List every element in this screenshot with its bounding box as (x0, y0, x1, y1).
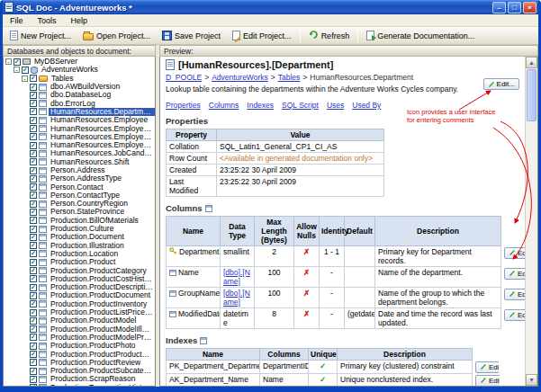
scroll-down-button[interactable]: ▼ (526, 374, 537, 386)
tree-checkbox[interactable]: ✓ (30, 334, 37, 341)
tree-checkbox[interactable]: ✓ (30, 376, 37, 383)
tree-item[interactable]: ✓HumanResources.Employee (4, 116, 155, 124)
tree-item[interactable]: ✓HumanResources.EmployeePayHistory (4, 141, 155, 149)
tree-item[interactable]: ✓Production.Illustration (4, 242, 155, 250)
tree-item[interactable]: ✓Production.BillOfMaterials (4, 217, 155, 225)
edit-project-button[interactable]: Edit Project... (227, 28, 297, 43)
tree-item[interactable]: ✓Production.TransactionHistory (4, 384, 155, 387)
tree-checkbox[interactable]: ✓ (30, 84, 37, 91)
tree-item[interactable]: ✓Production.Location (4, 250, 155, 258)
tree-checkbox[interactable]: ✓ (30, 142, 37, 149)
tree-checkbox[interactable]: ✓ (30, 100, 37, 107)
tree-checkbox[interactable]: ✓ (30, 209, 37, 216)
tree-checkbox[interactable]: ✓ (30, 351, 37, 358)
tree-item[interactable]: ✓Production.ProductCategory (4, 266, 155, 274)
tree-item[interactable]: ✓Person.StateProvince (4, 208, 155, 216)
tree-checkbox[interactable]: ✓ (30, 234, 37, 241)
tree-checkbox[interactable]: ✓ (30, 217, 37, 224)
tree-item[interactable]: ✓Production.ProductModel (4, 316, 155, 325)
tree-item[interactable]: ✓HumanResources.Department (4, 108, 155, 116)
tree-checkbox[interactable]: ✓ (30, 183, 37, 191)
tree-checkbox[interactable]: ✓ (30, 368, 37, 375)
edit-description-button[interactable]: Edit... (483, 78, 519, 90)
tree-checkbox[interactable]: ✓ (30, 92, 37, 99)
tree-item[interactable]: ✓Production.ProductCostHistory (4, 275, 155, 283)
scrollbar-track[interactable] (526, 68, 537, 374)
edit-column-button[interactable]: Edit... (504, 247, 525, 259)
tree-checkbox[interactable]: ✓ (30, 275, 37, 282)
tree-item[interactable]: ✓Production.ProductListPriceHistory (4, 308, 155, 316)
nav-sql-script-link[interactable]: SQL Script (282, 101, 319, 110)
data-type-link[interactable]: [dbo].[Name] (223, 289, 250, 307)
tree-item[interactable]: -✓AdventureWorks (4, 66, 155, 74)
nav-uses-link[interactable]: Uses (327, 101, 344, 110)
tree-item[interactable]: ✓Production.Culture (4, 225, 155, 233)
edit-index-button[interactable]: Edit... (475, 375, 500, 387)
tree-item[interactable]: ✓Production.Document (4, 233, 155, 241)
menu-file[interactable]: File (3, 15, 31, 26)
tree-item[interactable]: ✓dbo.AWBuildVersion (4, 83, 155, 91)
tree-checkbox[interactable]: ✓ (30, 300, 37, 307)
tree-checkbox[interactable]: ✓ (30, 325, 37, 333)
tree-item[interactable]: ✓HumanResources.EmployeeAddress (4, 124, 155, 132)
tree-item[interactable]: ✓HumanResources.EmployeeDepart... (4, 133, 155, 141)
menu-help[interactable]: Help (64, 15, 95, 26)
tree-checkbox[interactable]: ✓ (30, 133, 37, 140)
tree-checkbox[interactable]: ✓ (30, 226, 37, 233)
tree-checkbox[interactable]: ✓ (30, 284, 37, 291)
tree-checkbox[interactable]: ✓ (30, 384, 37, 387)
edit-column-button[interactable]: Edit... (504, 309, 525, 321)
tree-item[interactable]: -✓MyDBServer (4, 58, 155, 66)
tree-item[interactable]: ✓Production.ProductDescription (4, 283, 155, 291)
edit-index-button[interactable]: Edit... (475, 361, 500, 373)
tree-item[interactable]: ✓dbo.DatabaseLog (4, 91, 155, 99)
tree-expander[interactable]: - (22, 76, 28, 82)
tree-checkbox[interactable]: ✓ (30, 259, 37, 266)
tree-item[interactable]: ✓Production.ProductSubcategory (4, 367, 155, 375)
tree-item[interactable]: ✓HumanResources.Shift (4, 158, 155, 166)
tree-checkbox[interactable]: ✓ (30, 167, 37, 174)
tree-item[interactable]: ✓Production.ProductProductPhoto (4, 350, 155, 358)
tree-checkbox[interactable]: ✓ (30, 309, 37, 316)
tree-item[interactable]: ✓Production.ProductDocument (4, 291, 155, 299)
nav-properties-link[interactable]: Properties (166, 101, 201, 110)
nav-columns-link[interactable]: Columns (209, 101, 239, 110)
data-type-link[interactable]: [dbo].[Name] (223, 268, 250, 286)
tree-item[interactable]: ✓Production.ProductInventory (4, 300, 155, 308)
maximize-button[interactable] (508, 2, 521, 13)
vertical-scrollbar[interactable]: ▲ ▼ (525, 57, 537, 386)
tree-item[interactable]: ✓Production.Product (4, 258, 155, 266)
tree-item[interactable]: ✓HumanResources.JobCandidate (4, 149, 155, 157)
tree-checkbox[interactable]: ✓ (30, 108, 37, 115)
tree-checkbox[interactable]: ✓ (30, 192, 37, 199)
tree-checkbox[interactable]: ✓ (30, 75, 37, 82)
nav-indexes-link[interactable]: Indexes (247, 101, 274, 110)
edit-column-button[interactable]: Edit... (504, 289, 525, 300)
tree-item[interactable]: ✓Production.ScrapReason (4, 375, 155, 383)
breadcrumb-server-link[interactable]: D_POOLE (166, 73, 202, 82)
tree-item[interactable]: ✓Production.ProductModelIllustration (4, 325, 155, 334)
save-project-button[interactable]: Save Project (157, 28, 226, 43)
generate-documentation-button[interactable]: Generate Documentation... (361, 28, 480, 43)
menu-tools[interactable]: Tools (31, 15, 64, 26)
tree-item[interactable]: ✓Person.AddressType (4, 174, 155, 183)
tree-item[interactable]: ✓Production.ProductReview (4, 359, 155, 367)
tree-checkbox[interactable]: ✓ (30, 150, 37, 157)
open-project-button[interactable]: Open Project... (77, 28, 156, 43)
tree-checkbox[interactable]: ✓ (30, 343, 37, 350)
tree-item[interactable]: ✓Person.Contact (4, 183, 155, 191)
tree-checkbox[interactable]: ✓ (30, 117, 37, 124)
tree-item[interactable]: ✓Production.ProductPhoto (4, 342, 155, 350)
refresh-button[interactable]: Refresh (303, 27, 356, 44)
nav-used-by-link[interactable]: Used By (352, 101, 381, 110)
tree-checkbox[interactable]: ✓ (30, 359, 37, 366)
tree-checkbox[interactable]: ✓ (30, 200, 37, 208)
tree-checkbox[interactable]: ✓ (30, 267, 37, 274)
close-button[interactable] (523, 2, 536, 13)
scrollbar-thumb[interactable] (527, 69, 536, 121)
minimize-button[interactable] (492, 2, 506, 13)
tree-item[interactable]: -✓Tables (4, 75, 155, 83)
tree-item[interactable]: ✓Person.ContactType (4, 192, 155, 200)
tree-checkbox[interactable]: ✓ (30, 292, 37, 299)
tree-checkbox[interactable]: ✓ (30, 250, 37, 257)
